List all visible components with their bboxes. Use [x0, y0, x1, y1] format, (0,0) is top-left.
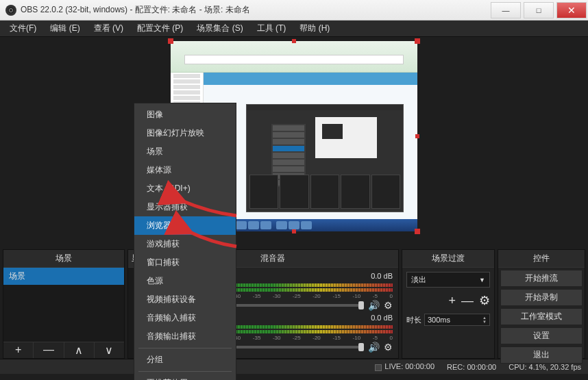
duration-label: 时长	[406, 315, 421, 325]
mixer-track-db: 0.0 dB	[371, 314, 393, 324]
ctx-scene[interactable]: 场景	[134, 142, 236, 161]
ctx-image[interactable]: 图像	[134, 105, 236, 124]
ctx-video-capture-device[interactable]: 视频捕获设备	[134, 290, 236, 309]
gear-icon[interactable]: ⚙	[384, 342, 393, 353]
start-streaming-button[interactable]: 开始推流	[500, 270, 583, 287]
ctx-audio-output-capture[interactable]: 音频输出捕获	[134, 327, 236, 346]
duration-input[interactable]: 300ms ▲ ▼	[424, 314, 490, 326]
mixer-track-db: 0.0 dB	[371, 272, 393, 282]
selection-handle-br[interactable]	[415, 229, 420, 234]
scene-add-button[interactable]: +	[3, 342, 34, 358]
selection-handle-tr[interactable]	[415, 38, 420, 44]
scenes-dock: 场景 场景 + — ∧ ∨	[3, 249, 125, 359]
scene-item[interactable]: 场景	[3, 268, 124, 285]
selection-handle-t[interactable]	[292, 39, 296, 43]
scene-remove-button[interactable]: —	[34, 342, 64, 358]
live-indicator-icon	[375, 364, 382, 371]
ctx-window-capture[interactable]: 窗口捕获	[134, 253, 236, 272]
menu-profile[interactable]: 配置文件 (P)	[130, 21, 190, 36]
transition-select[interactable]: 淡出 ▼	[406, 272, 490, 288]
menu-scene-collection[interactable]: 场景集合 (S)	[190, 21, 249, 36]
ctx-deprecated[interactable]: 不推荐使用 ▶	[134, 374, 236, 380]
window-title: OBS 22.0.2 (32-bit, windows) - 配置文件: 未命名…	[21, 4, 250, 16]
controls-dock: 控件 开始推流 开始录制 工作室模式 设置 退出	[498, 249, 585, 359]
menu-file[interactable]: 文件(F)	[3, 21, 43, 36]
selection-handle-tl[interactable]	[168, 38, 173, 44]
ctx-separator-2	[138, 371, 232, 372]
gear-icon[interactable]: ⚙	[384, 300, 393, 311]
obs-app-icon	[5, 5, 16, 16]
menubar: 文件(F) 编辑 (E) 查看 (V) 配置文件 (P) 场景集合 (S) 工具…	[0, 21, 588, 37]
transitions-dock: 场景过渡 淡出 ▼ + — ⚙ 时长 300ms ▲ ▼	[402, 249, 495, 359]
window-maximize-button[interactable]: □	[524, 2, 554, 18]
spinner-down-icon[interactable]: ▼	[482, 320, 487, 324]
controls-header: 控件	[498, 250, 585, 268]
bottom-docks: 场景 场景 + — ∧ ∨ 显 混音器 台式音响 0.0 dB	[0, 249, 588, 359]
studio-mode-button[interactable]: 工作室模式	[500, 308, 583, 325]
speaker-icon[interactable]: 🔊	[368, 342, 380, 353]
annotation-arrow-window-capture	[185, 226, 240, 256]
ctx-media-source[interactable]: 媒体源	[134, 161, 236, 179]
menu-view[interactable]: 查看 (V)	[87, 21, 130, 36]
transition-current: 淡出	[411, 275, 426, 285]
settings-button[interactable]: 设置	[500, 327, 583, 344]
scene-down-button[interactable]: ∨	[95, 342, 124, 358]
selection-handle-r[interactable]	[415, 134, 419, 138]
scenes-header: 场景	[3, 250, 124, 268]
status-cpu: CPU: 4.1%, 20.32 fps	[509, 363, 581, 371]
scene-up-button[interactable]: ∧	[64, 342, 95, 358]
status-live: LIVE: 00:00:00	[375, 362, 434, 370]
ctx-audio-input-capture[interactable]: 音频输入捕获	[134, 309, 236, 327]
annotation-arrow-browser	[178, 195, 240, 225]
chevron-down-icon: ▼	[479, 277, 485, 283]
ctx-image-slideshow[interactable]: 图像幻灯片放映	[134, 124, 236, 142]
ctx-color-source[interactable]: 色源	[134, 272, 236, 290]
svg-point-0	[8, 7, 14, 13]
ctx-separator	[138, 348, 232, 349]
menu-help[interactable]: 帮助 (H)	[293, 21, 336, 36]
transition-add-button[interactable]: +	[448, 294, 456, 308]
scenes-list[interactable]: 场景	[3, 268, 124, 342]
menu-edit[interactable]: 编辑 (E)	[43, 21, 86, 36]
window-minimize-button[interactable]: —	[491, 2, 521, 18]
transition-settings-button[interactable]: ⚙	[479, 293, 490, 308]
speaker-icon[interactable]: 🔊	[368, 300, 380, 311]
window-titlebar: OBS 22.0.2 (32-bit, windows) - 配置文件: 未命名…	[0, 0, 588, 21]
start-recording-button[interactable]: 开始录制	[500, 289, 583, 306]
preview-area	[0, 37, 588, 249]
selection-handle-b[interactable]	[292, 229, 296, 233]
menu-tools[interactable]: 工具 (T)	[250, 21, 293, 36]
window-close-button[interactable]: ✕	[556, 2, 587, 18]
transitions-header: 场景过渡	[402, 250, 494, 268]
status-rec: REC: 00:00:00	[447, 363, 496, 371]
exit-button[interactable]: 退出	[500, 346, 583, 364]
ctx-group[interactable]: 分组	[134, 351, 236, 369]
transition-remove-button[interactable]: —	[461, 294, 474, 308]
duration-value: 300ms	[428, 316, 450, 324]
